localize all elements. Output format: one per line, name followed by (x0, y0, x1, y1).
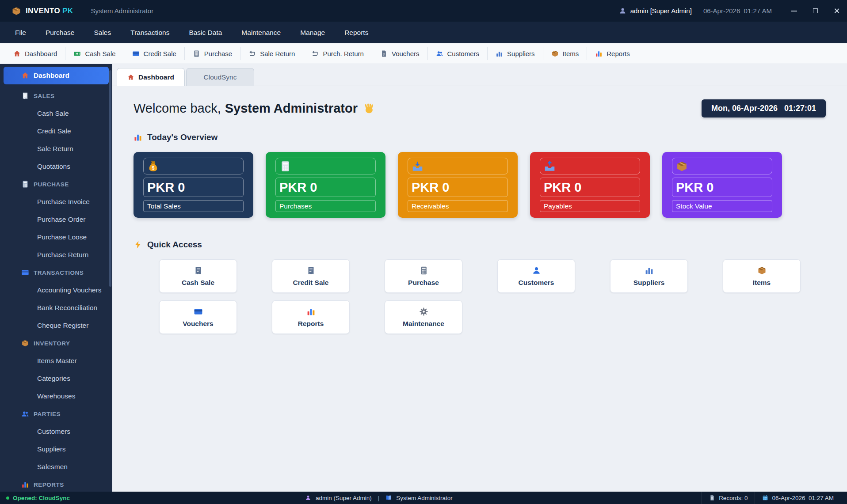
minimize-icon (791, 11, 797, 11)
toolbar-button[interactable]: Cash Sale (65, 47, 123, 60)
sidebar-item[interactable]: PARTIES (0, 405, 112, 423)
quick-access-button[interactable]: Maintenance (385, 300, 462, 334)
sidebar-item-label: Purchase Return (37, 251, 88, 259)
sidebar-item[interactable]: Bank Reconciliation (0, 299, 112, 317)
sidebar-item[interactable]: PURCHASE (0, 175, 112, 193)
quick-access-button[interactable]: Purchase (385, 259, 462, 293)
stat-card-label: Purchases (275, 200, 376, 212)
stat-card: PKR 0 Stock Value (662, 152, 782, 218)
stat-card-label: Total Sales (143, 200, 244, 212)
scrollbar-thumb[interactable] (109, 70, 111, 287)
quick-access-button[interactable]: Customers (497, 259, 575, 293)
welcome-prefix: Welcome back, (134, 101, 221, 116)
toolbar-button[interactable]: Suppliers (487, 47, 543, 60)
sidebar-item[interactable]: Items Master (0, 352, 112, 370)
stat-card-icon (544, 160, 556, 172)
quick-access-button[interactable]: Vouchers (159, 300, 237, 334)
sidebar-item-icon (21, 92, 29, 100)
stat-card-icon (412, 160, 424, 172)
menu-item[interactable]: Maintenance (232, 22, 290, 43)
sidebar-item[interactable]: Accounting Vouchers (0, 281, 112, 299)
sidebar-item[interactable]: Quotations (0, 158, 112, 175)
sidebar-item[interactable]: REPORTS (0, 476, 112, 492)
sidebar-item[interactable]: Categories (0, 370, 112, 387)
menu-item[interactable]: Sales (84, 22, 121, 43)
sidebar-item-label: Customers (37, 428, 70, 436)
stat-card-icon-box (408, 158, 508, 174)
toolbar-button[interactable]: Reports (587, 47, 638, 60)
maximize-button[interactable] (805, 0, 826, 22)
sidebar: Dashboard SALES Cash Sale Credit (0, 64, 112, 492)
records-icon (709, 495, 715, 501)
lightning-icon (134, 240, 142, 249)
menu-item[interactable]: Manage (290, 22, 335, 43)
close-button[interactable] (826, 0, 847, 22)
toolbar-button-label: Items (563, 50, 579, 57)
sidebar-item[interactable]: Purchase Return (0, 246, 112, 264)
sidebar-item[interactable]: Cheque Register (0, 317, 112, 334)
toolbar-button[interactable]: Customers (427, 47, 488, 60)
window-controls (783, 0, 847, 22)
menu-item[interactable]: Reports (335, 22, 378, 43)
sidebar-item[interactable]: SALES (0, 87, 112, 105)
menu-item[interactable]: Transactions (121, 22, 179, 43)
user-icon (305, 495, 311, 501)
toolbar-button-label: Vouchers (392, 50, 420, 57)
sidebar-item[interactable]: Customers (0, 423, 112, 440)
toolbar-button-label: Sale Return (260, 50, 295, 57)
sidebar-item[interactable]: INVENTORY (0, 334, 112, 352)
toolbar-button[interactable]: Sale Return (240, 47, 303, 60)
menu-item[interactable]: Purchase (36, 22, 84, 43)
tab[interactable]: CloudSync (186, 68, 254, 86)
toolbar-button[interactable]: Items (543, 47, 587, 60)
sidebar-item[interactable]: TRANSACTIONS (0, 264, 112, 281)
sidebar-item[interactable]: Purchase Loose (0, 228, 112, 246)
toolbar-button-label: Customers (447, 50, 480, 57)
sidebar-item[interactable]: Warehouses (0, 387, 112, 405)
quick-access-button[interactable]: Items (723, 259, 801, 293)
main-area: Dashboard CloudSync Welcome back, System… (112, 64, 847, 492)
sidebar-item-label: Warehouses (37, 392, 75, 400)
tab[interactable]: Dashboard (117, 68, 185, 86)
sidebar-item-label: Items Master (37, 357, 77, 365)
menu-item[interactable]: Basic Data (179, 22, 232, 43)
toolbar-button[interactable]: Purch. Return (303, 47, 372, 60)
toolbar-button[interactable]: Credit Sale (124, 47, 184, 60)
sidebar-item-icon (21, 72, 29, 80)
sidebar-item[interactable]: Credit Sale (0, 122, 112, 140)
quick-access-button[interactable]: Suppliers (610, 259, 688, 293)
titlebar-user: admin [Super Admin] (630, 7, 692, 15)
quick-access-button[interactable]: Credit Sale (272, 259, 350, 293)
menu-item[interactable]: File (5, 22, 36, 43)
toolbar-button[interactable]: Dashboard (5, 47, 65, 60)
sidebar-item[interactable]: Sale Return (0, 140, 112, 158)
sidebar-item[interactable]: Purchase Order (0, 211, 112, 228)
quick-access-icon (757, 266, 767, 275)
quick-access-button[interactable]: Cash Sale (159, 259, 237, 293)
quick-access-icon (306, 266, 316, 275)
stat-card: PKR 0 Purchases (266, 152, 385, 218)
quick-access-button[interactable]: Reports (272, 300, 350, 334)
quick-access-label: Items (753, 279, 771, 287)
toolbar-button-icon (380, 50, 388, 57)
statusbar-records: Records: 0 (702, 492, 755, 504)
sidebar-item-label: Credit Sale (37, 127, 71, 135)
overview-title-text: Today's Overview (147, 133, 217, 142)
toolbar-button-label: Dashboard (25, 50, 57, 57)
sidebar-item-label: Suppliers (37, 445, 66, 453)
stat-card-icon (676, 160, 688, 172)
stat-card-value: PKR 0 (540, 178, 640, 197)
sidebar-scrollbar[interactable] (109, 70, 111, 362)
sidebar-item-label: Quotations (37, 163, 70, 171)
sidebar-item[interactable]: Cash Sale (0, 105, 112, 122)
sidebar-item[interactable]: Suppliers (0, 440, 112, 458)
sidebar-item[interactable]: Purchase Invoice (0, 193, 112, 211)
minimize-button[interactable] (783, 0, 805, 22)
sidebar-item[interactable]: Dashboard (4, 67, 109, 84)
toolbar-button[interactable]: Purchase (184, 47, 240, 60)
toolbar-button-label: Purch. Return (323, 50, 364, 57)
toolbar-button-icon (193, 50, 200, 57)
quick-access-label: Cash Sale (182, 279, 214, 287)
toolbar-button[interactable]: Vouchers (372, 47, 427, 60)
sidebar-item[interactable]: Salesmen (0, 458, 112, 476)
